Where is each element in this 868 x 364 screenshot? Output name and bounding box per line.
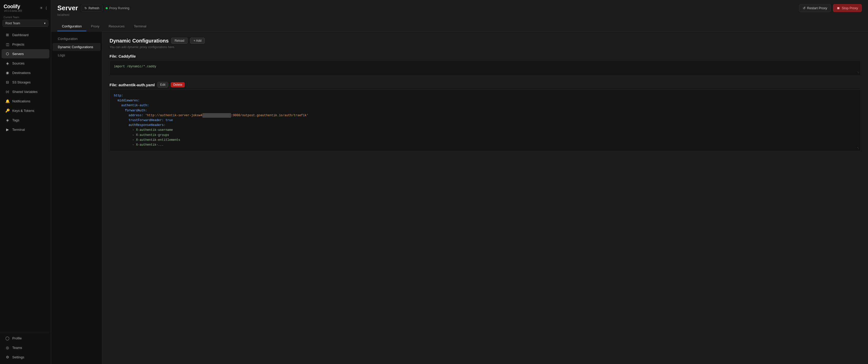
sidebar-item-notifications[interactable]: 🔔 Notifications — [2, 96, 50, 106]
restart-proxy-button[interactable]: ↺ Restart Proxy — [799, 4, 831, 12]
sub-nav-configuration[interactable]: Configuration — [53, 35, 100, 43]
authentik-yaml-section: File: authentik-auth.yaml Edit Delete ht… — [110, 82, 861, 151]
refresh-icon: ↻ — [85, 6, 87, 10]
sidebar-item-label: Destinations — [12, 71, 31, 75]
main-tabs: Configuration Proxy Resources Terminal — [57, 22, 862, 31]
collapse-sidebar-button[interactable]: ⟨ — [45, 5, 47, 10]
main-panel: Dynamic Configurations Reload + Add You … — [102, 31, 868, 364]
header-actions: ↺ Restart Proxy ⏹ Stop Proxy — [799, 4, 862, 12]
caddyfile-section: File: Caddyfile import /dynamic/*.caddy⤡ — [110, 54, 861, 76]
dynamic-config-header: Dynamic Configurations Reload + Add — [110, 38, 861, 44]
sidebar-item-label: Profile — [12, 336, 22, 340]
sidebar-item-label: Dashboard — [12, 33, 29, 37]
status-dot — [106, 7, 108, 9]
sidebar-item-keys-tokens[interactable]: 🔑 Keys & Tokens — [2, 106, 50, 115]
sidebar-item-destinations[interactable]: ◉ Destinations — [2, 68, 50, 77]
proxy-status: Proxy Running — [106, 6, 129, 10]
reload-button[interactable]: Reload — [171, 38, 188, 44]
proxy-status-text: Proxy Running — [109, 6, 129, 10]
sidebar-item-shared-variables[interactable]: {x} Shared Variables — [2, 87, 50, 96]
teams-icon: ◎ — [5, 345, 10, 350]
edit-button[interactable]: Edit — [157, 82, 168, 88]
sub-nav: Configuration Dynamic Configurations Log… — [51, 31, 102, 364]
sidebar-item-label: Tags — [12, 118, 19, 122]
tags-icon: ◈ — [5, 118, 10, 122]
content-area: Configuration Dynamic Configurations Log… — [51, 31, 868, 364]
notifications-icon: 🔔 — [5, 99, 10, 103]
chevron-down-icon: ▾ — [44, 22, 45, 25]
sidebar-item-profile[interactable]: ◯ Profile — [2, 334, 50, 343]
sidebar-item-label: Shared Variables — [12, 90, 38, 94]
sidebar-item-label: Terminal — [12, 128, 25, 131]
sidebar-item-label: Teams — [12, 346, 22, 350]
section-description: You can add dynamic proxy configurations… — [110, 45, 861, 49]
sidebar-item-teams[interactable]: ◎ Teams — [2, 343, 50, 352]
team-name: Root Team — [5, 22, 20, 25]
section-title: Dynamic Configurations — [110, 38, 168, 44]
sidebar-item-projects[interactable]: ◫ Projects — [2, 40, 50, 49]
header-top: Server ↻ Refresh Proxy Running ↺ Restart… — [57, 4, 862, 12]
page-title: Server — [57, 4, 78, 12]
sub-nav-label: Logs — [58, 53, 65, 57]
terminal-icon: ▶ — [5, 127, 10, 132]
sidebar-item-dashboard[interactable]: ⊞ Dashboard — [2, 30, 50, 39]
caddyfile-title: File: Caddyfile — [110, 54, 136, 58]
settings-icon: ⚙ — [5, 355, 10, 359]
sidebar-item-s3-storages[interactable]: ⊟ S3 Storages — [2, 78, 50, 87]
sidebar: Coolify v4.0.0-beta.389 ☀ ⟨ Current Team… — [0, 0, 51, 364]
main-content: Server ↻ Refresh Proxy Running ↺ Restart… — [51, 0, 868, 364]
refresh-label: Refresh — [89, 6, 99, 10]
sidebar-item-label: S3 Storages — [12, 80, 31, 84]
server-url: localhost — [57, 13, 862, 19]
authentik-yaml-content: http: middlewares: authentik-auth: forwa… — [110, 90, 861, 151]
projects-icon: ◫ — [5, 42, 10, 47]
caddyfile-header: File: Caddyfile — [110, 54, 861, 58]
theme-toggle-button[interactable]: ☀ — [39, 5, 43, 10]
dashboard-icon: ⊞ — [5, 32, 10, 37]
sidebar-item-settings[interactable]: ⚙ Settings — [2, 353, 50, 362]
sidebar-item-label: Settings — [12, 355, 24, 359]
shared-variables-icon: {x} — [5, 89, 10, 94]
sidebar-item-label: Keys & Tokens — [12, 109, 34, 113]
resize-handle-yaml[interactable]: ⤡ — [857, 146, 859, 150]
refresh-button[interactable]: ↻ Refresh — [81, 5, 103, 11]
team-selector[interactable]: Root Team ▾ — [3, 20, 49, 27]
stop-icon: ⏹ — [837, 6, 840, 10]
sidebar-item-terminal[interactable]: ▶ Terminal — [2, 125, 50, 134]
brand-area: Coolify v4.0.0-beta.389 ☀ ⟨ — [0, 0, 51, 14]
sidebar-item-tags[interactable]: ◈ Tags — [2, 116, 50, 125]
tab-terminal[interactable]: Terminal — [129, 22, 151, 31]
brand-version: v4.0.0-beta.389 — [4, 9, 22, 12]
restart-icon: ↺ — [803, 6, 806, 10]
keys-icon: 🔑 — [5, 108, 10, 113]
tab-resources[interactable]: Resources — [104, 22, 129, 31]
servers-icon: ⬡ — [5, 52, 10, 56]
authentik-yaml-title: File: authentik-auth.yaml — [110, 83, 155, 87]
sub-nav-label: Dynamic Configurations — [58, 45, 93, 49]
destinations-icon: ◉ — [5, 70, 10, 75]
stop-proxy-button[interactable]: ⏹ Stop Proxy — [833, 4, 862, 12]
sidebar-item-label: Projects — [12, 42, 24, 46]
sources-icon: ◈ — [5, 61, 10, 65]
sidebar-item-label: Servers — [12, 52, 24, 56]
sub-nav-logs[interactable]: Logs — [53, 51, 100, 59]
resize-handle[interactable]: ⤡ — [857, 71, 859, 75]
add-button[interactable]: + Add — [190, 38, 205, 44]
restart-proxy-label: Restart Proxy — [807, 6, 827, 10]
bottom-nav: ◯ Profile ◎ Teams ⚙ Settings — [0, 332, 51, 364]
authentik-yaml-header: File: authentik-auth.yaml Edit Delete — [110, 82, 861, 88]
sidebar-item-servers[interactable]: ⬡ Servers — [2, 49, 50, 58]
stop-proxy-label: Stop Proxy — [842, 6, 858, 10]
brand-name: Coolify — [4, 4, 22, 9]
caddyfile-content: import /dynamic/*.caddy⤡ — [110, 60, 861, 76]
tab-configuration[interactable]: Configuration — [57, 22, 86, 31]
sidebar-item-label: Notifications — [12, 99, 30, 103]
tab-proxy[interactable]: Proxy — [86, 22, 104, 31]
page-header: Server ↻ Refresh Proxy Running ↺ Restart… — [51, 0, 868, 31]
main-nav: ⊞ Dashboard ◫ Projects ⬡ Servers ◈ Sourc… — [0, 29, 51, 332]
sub-nav-label: Configuration — [58, 37, 78, 41]
current-team-label: Current Team — [0, 14, 51, 20]
sub-nav-dynamic-configurations[interactable]: Dynamic Configurations — [53, 43, 100, 51]
delete-button[interactable]: Delete — [171, 82, 185, 87]
sidebar-item-sources[interactable]: ◈ Sources — [2, 59, 50, 68]
